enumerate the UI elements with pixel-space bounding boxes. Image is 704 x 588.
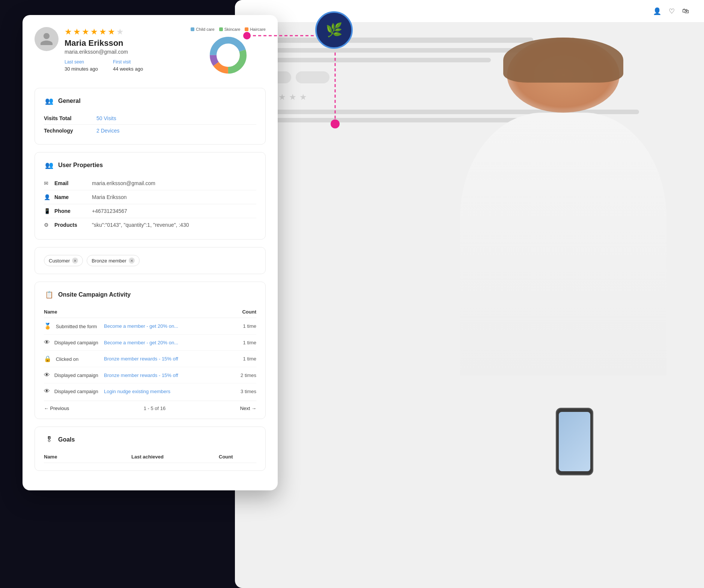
rating-stars: ★ ★ ★ ★ ★ ★ ★ — [65, 27, 185, 37]
campaign-link-4[interactable]: Bronze member rewards - 15% off — [104, 372, 178, 378]
goals-columns: Name Last achieved Count — [44, 451, 256, 463]
col-count: Count — [230, 306, 256, 318]
star-3: ★ — [82, 27, 89, 37]
table-row: 🔒 Clicked on Bronze member rewards - 15%… — [44, 351, 256, 367]
visits-label: Visits Total — [44, 115, 96, 121]
profile-email: maria.eriksson@gmail.com — [65, 49, 185, 55]
pagination-next[interactable]: Next → — [240, 406, 256, 411]
campaign-link-1[interactable]: Become a member - get 20% on... — [104, 323, 178, 329]
visits-value[interactable]: 50 Visits — [96, 115, 116, 121]
table-row: 👁 Displayed campaign Become a member - g… — [44, 335, 256, 351]
profile-header: ★ ★ ★ ★ ★ ★ ★ Maria Eriksson maria.eriks… — [35, 27, 266, 76]
property-row-email: ✉ Email maria.eriksson@gmail.com — [44, 176, 256, 190]
legend-label-child-care: Child care — [196, 27, 215, 32]
campaign-link-3[interactable]: Bronze member rewards - 15% off — [104, 356, 178, 362]
avatar — [35, 27, 59, 51]
activity-type-3: 🔒 Clicked on — [44, 351, 104, 367]
campaign-link-2[interactable]: Become a member - get 20% on... — [104, 340, 178, 345]
campaign-link-5[interactable]: Login nudge existing members — [104, 389, 170, 394]
activity-count-2: 1 time — [230, 335, 256, 351]
activity-type-1: 🏅 Submitted the form — [44, 318, 104, 335]
table-row: 🏅 Submitted the form Become a member - g… — [44, 318, 256, 335]
activity-campaign-3: Bronze member rewards - 15% off — [104, 351, 230, 367]
activity-icon-2: 👁 — [44, 339, 50, 345]
activity-count-5: 3 times — [230, 383, 256, 400]
activity-table: Name Count 🏅 Submitted the form Become a… — [44, 306, 256, 399]
phone-icon: 📱 — [44, 208, 54, 214]
profile-card: ★ ★ ★ ★ ★ ★ ★ Maria Eriksson maria.eriks… — [23, 15, 278, 490]
legend-label-skincare: Skincare — [224, 27, 241, 32]
activity-count-4: 2 times — [230, 367, 256, 383]
tag-customer-remove[interactable]: ✕ — [72, 258, 78, 264]
legend-child-care: Child care — [191, 27, 215, 32]
col-name: Name — [44, 306, 104, 318]
user-properties-section: 👥 User Properties ✉ Email maria.eriksson… — [35, 152, 266, 240]
activity-table-header: Name Count — [44, 306, 256, 318]
legend-haircare: Haircare — [245, 27, 266, 32]
goals-col-count: Count — [219, 454, 256, 460]
user-properties-header: 👥 User Properties — [44, 160, 256, 170]
star-5: ★ — [99, 27, 107, 37]
activity-campaign-1: Become a member - get 20% on... — [104, 318, 230, 335]
mockup-star-3: ★ — [278, 92, 286, 102]
activity-icon-5: 👁 — [44, 388, 50, 394]
user-properties-icon: 👥 — [44, 160, 54, 170]
website-mockup: 👤 ♡ 🛍 ★ ★ ★ ★ ★ — [235, 0, 704, 588]
campaign-icon: 📋 — [44, 289, 54, 300]
star-2: ★ — [73, 27, 81, 37]
heart-nav-icon: ♡ — [669, 7, 675, 15]
general-section-title: General — [58, 98, 81, 104]
tag-bronze-member-label: Bronze member — [92, 258, 126, 264]
pagination: ← Previous 1 - 5 of 16 Next → — [44, 401, 256, 411]
goals-col-achieved: Last achieved — [131, 454, 219, 460]
profile-meta: Last seen 30 minutes ago First visit 44 … — [65, 59, 185, 72]
tag-bronze-member[interactable]: Bronze member ✕ — [87, 255, 139, 266]
campaign-title: Onsite Campaign Activity — [58, 291, 131, 298]
star-6: ★ — [108, 27, 115, 37]
products-value: "sku":"0143", "quantity":1, "revenue", :… — [92, 222, 256, 228]
profile-name: Maria Eriksson — [65, 38, 185, 48]
general-row-technology: Technology 2 Devices — [44, 125, 256, 137]
general-section: 👥 General Visits Total 50 Visits Technol… — [35, 88, 266, 145]
first-visit-label: First visit — [113, 59, 143, 65]
woman-photo-area — [423, 38, 704, 588]
general-icon: 👥 — [44, 96, 54, 106]
star-1: ★ — [65, 27, 72, 37]
property-row-name: 👤 Name Maria Eriksson — [44, 190, 256, 204]
pagination-previous[interactable]: ← Previous — [44, 406, 69, 411]
profile-info: ★ ★ ★ ★ ★ ★ ★ Maria Eriksson maria.eriks… — [65, 27, 185, 72]
name-label: Name — [54, 194, 92, 200]
name-icon: 👤 — [44, 194, 54, 200]
legend-dot-haircare — [245, 27, 248, 31]
phone-shape — [556, 408, 593, 475]
tag-bronze-remove[interactable]: ✕ — [129, 258, 135, 264]
pagination-info: 1 - 5 of 16 — [144, 406, 166, 411]
donut-chart-svg — [208, 35, 249, 76]
technology-label: Technology — [44, 128, 96, 134]
goals-title: Goals — [58, 436, 75, 443]
activity-type-5: 👁 Displayed campaign — [44, 383, 104, 400]
legend-dot-child-care — [191, 27, 194, 31]
star-7-empty: ★ — [116, 27, 124, 37]
bag-nav-icon: 🛍 — [682, 7, 689, 15]
products-label: Products — [54, 222, 92, 228]
table-row: 👁 Displayed campaign Bronze member rewar… — [44, 367, 256, 383]
user-properties-title: User Properties — [58, 162, 103, 169]
mockup-star-5: ★ — [299, 92, 307, 102]
campaign-activity-section: 📋 Onsite Campaign Activity Name Count 🏅 … — [35, 282, 266, 419]
email-value: maria.eriksson@gmail.com — [92, 180, 256, 186]
phone-screen — [559, 412, 590, 471]
leaf-icon: 🌿 — [326, 22, 343, 38]
svg-point-9 — [218, 45, 239, 66]
email-label: Email — [54, 180, 92, 186]
phone-label: Phone — [54, 208, 92, 214]
activity-campaign-4: Bronze member rewards - 15% off — [104, 367, 230, 383]
phone-value: +46731234567 — [92, 208, 256, 214]
donut-chart-area: Child care Skincare Haircare — [191, 27, 266, 76]
general-row-visits: Visits Total 50 Visits — [44, 112, 256, 125]
technology-value[interactable]: 2 Devices — [96, 128, 119, 134]
person-icon — [39, 32, 54, 47]
tag-customer[interactable]: Customer ✕ — [44, 255, 83, 266]
mockup-btn-2 — [296, 71, 329, 83]
products-icon: ⚙ — [44, 222, 54, 228]
